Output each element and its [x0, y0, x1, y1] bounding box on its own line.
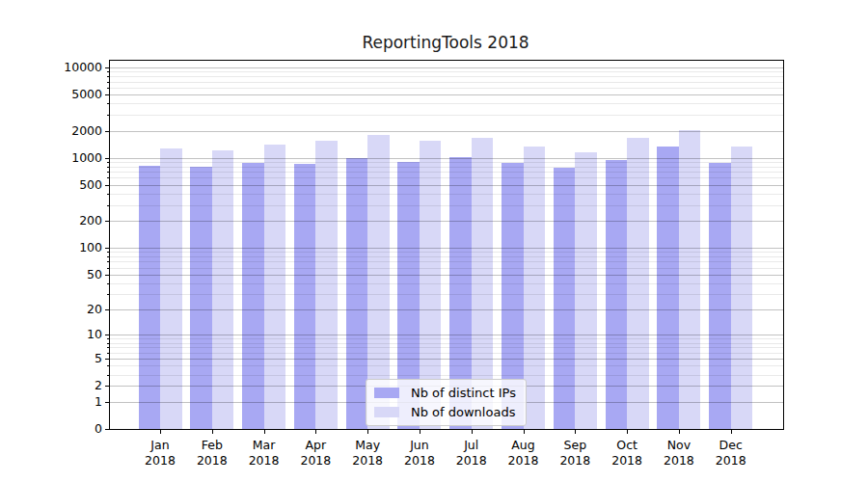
- y-major-tick: [105, 185, 109, 186]
- gridline-minor: [110, 76, 783, 77]
- gridline-minor: [110, 103, 783, 104]
- y-axis-tick-label: 10000: [35, 60, 102, 75]
- y-minor-tick: [107, 268, 109, 269]
- month-label: Mar: [235, 438, 293, 453]
- x-axis-tick-label: Apr2018: [286, 438, 344, 469]
- y-axis-tick-label: 50: [35, 267, 102, 282]
- gridline-minor: [110, 172, 783, 173]
- gridline-minor: [110, 365, 783, 366]
- gridline-minor: [110, 338, 783, 339]
- bar-distinct-ips: [709, 163, 731, 429]
- y-axis-tick-label: 10: [35, 327, 102, 342]
- x-axis-tick-label: Jun2018: [391, 438, 448, 469]
- y-axis-tick-label: 2: [35, 378, 102, 393]
- y-axis-tick-label: 0: [35, 421, 102, 437]
- x-axis-tick-label: May2018: [339, 438, 396, 469]
- y-minor-tick: [107, 88, 109, 89]
- gridline-major: [110, 335, 783, 335]
- y-minor-tick: [107, 347, 109, 348]
- gridline-minor: [110, 375, 783, 376]
- x-tick: [627, 430, 628, 434]
- x-tick: [679, 430, 680, 434]
- gridline-major: [110, 309, 783, 310]
- gridline-major: [110, 158, 783, 159]
- month-label: Oct: [598, 438, 656, 453]
- y-major-tick: [105, 67, 109, 68]
- gridline-minor: [110, 268, 783, 269]
- gridline-minor: [110, 177, 783, 178]
- figure: ReportingTools 2018 01251020501002005001…: [0, 0, 868, 482]
- x-tick: [264, 430, 265, 434]
- year-label: 2018: [546, 453, 604, 469]
- x-tick: [472, 430, 473, 434]
- y-major-tick: [105, 275, 109, 276]
- legend-row: Nb of downloads: [374, 405, 516, 419]
- gridline-minor: [110, 82, 783, 83]
- y-minor-tick: [107, 294, 109, 295]
- gridline-major: [110, 359, 783, 360]
- y-major-tick: [105, 335, 109, 335]
- y-minor-tick: [107, 177, 109, 178]
- x-tick: [315, 430, 316, 434]
- gridline-minor: [110, 283, 783, 284]
- gridline-major: [110, 275, 783, 276]
- month-label: Jan: [131, 438, 189, 453]
- x-axis-tick-label: Dec2018: [702, 438, 760, 469]
- gridline-major: [110, 185, 783, 186]
- legend-label: Nb of downloads: [411, 405, 515, 419]
- y-major-tick: [105, 248, 109, 249]
- y-major-tick: [105, 402, 109, 403]
- y-minor-tick: [107, 172, 109, 173]
- y-minor-tick: [107, 162, 109, 163]
- month-label: Aug: [495, 438, 553, 453]
- gridline-minor: [110, 167, 783, 168]
- y-axis-tick-label: 5: [35, 351, 102, 366]
- y-major-tick: [105, 131, 109, 132]
- legend: Nb of distinct IPsNb of downloads: [366, 379, 527, 426]
- y-minor-tick: [107, 261, 109, 262]
- x-tick: [160, 430, 161, 434]
- month-label: Nov: [650, 438, 708, 453]
- bar-distinct-ips: [242, 163, 264, 429]
- y-axis-tick-label: 100: [35, 240, 102, 255]
- gridline-minor: [110, 115, 783, 116]
- year-label: 2018: [131, 453, 189, 469]
- y-minor-tick: [107, 76, 109, 77]
- bar-distinct-ips: [554, 168, 576, 429]
- gridline-minor: [110, 252, 783, 253]
- year-label: 2018: [598, 453, 656, 469]
- gridline-minor: [110, 261, 783, 262]
- legend-swatch-distinct-ips: [374, 388, 399, 398]
- year-label: 2018: [702, 453, 760, 469]
- plot-area: 012510205010020050010002000500010000Jan2…: [109, 60, 784, 430]
- x-axis-tick-label: Oct2018: [598, 438, 656, 469]
- year-label: 2018: [650, 453, 708, 469]
- y-axis-tick-label: 5000: [35, 87, 102, 102]
- gridline-minor: [110, 343, 783, 344]
- legend-label: Nb of distinct IPs: [411, 386, 516, 400]
- bar-distinct-ips: [294, 164, 316, 429]
- month-label: Jul: [443, 438, 501, 453]
- y-axis-tick-label: 1: [35, 394, 102, 410]
- x-axis-tick-label: Jul2018: [443, 438, 501, 469]
- gridline-minor: [110, 162, 783, 163]
- gridline-minor: [110, 205, 783, 206]
- gridline-minor: [110, 71, 783, 72]
- gridline-major: [110, 131, 783, 132]
- gridline-minor: [110, 88, 783, 89]
- x-tick: [731, 430, 732, 434]
- year-label: 2018: [391, 453, 448, 469]
- x-tick: [212, 430, 213, 434]
- y-minor-tick: [107, 353, 109, 354]
- month-label: Apr: [286, 438, 344, 453]
- y-minor-tick: [107, 365, 109, 366]
- y-minor-tick: [107, 375, 109, 376]
- y-minor-tick: [107, 167, 109, 168]
- gridline-minor: [110, 347, 783, 348]
- x-tick: [524, 430, 525, 434]
- year-label: 2018: [495, 453, 553, 469]
- y-axis-tick-label: 1000: [35, 150, 102, 166]
- chart-title: ReportingTools 2018: [109, 33, 782, 52]
- x-tick: [420, 430, 420, 434]
- y-minor-tick: [107, 283, 109, 284]
